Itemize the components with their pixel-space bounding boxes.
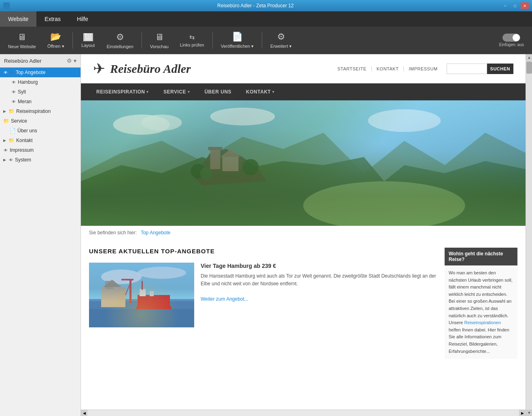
svg-rect-20 (89, 301, 194, 327)
sidebar-label-reiseinspiration: Reiseinspiration (16, 108, 51, 114)
toolbar-advanced[interactable]: ⚙ Erweitert ▾ (265, 29, 296, 52)
menu-extras[interactable]: Extras (36, 11, 69, 27)
toolbar-settings[interactable]: ⚙ Einstellungen (102, 29, 138, 52)
svg-rect-31 (89, 309, 194, 327)
site-logo: ✈ Reisebüro Adler (93, 60, 191, 77)
sidebar-item-meran[interactable]: 👁 Meran (0, 97, 81, 106)
toolbar-new-website[interactable]: 🖥 Neue Website (3, 29, 41, 52)
menu-hilfe[interactable]: Hilfe (69, 11, 96, 27)
article-description: Die Hansestadt Hamburg wird auch als Tor… (201, 272, 437, 288)
main-nav-ueber-uns[interactable]: ÜBER UNS (197, 83, 239, 100)
close-button[interactable]: ✕ (521, 2, 529, 9)
sidebar-header: Reisebüro Adler ⚙ ▾ (0, 54, 81, 68)
main-nav-kontakt[interactable]: KONTAKT ▾ (239, 83, 282, 100)
breadcrumb: Sie befinden sich hier: Top Angebote (81, 226, 526, 240)
titlebar-title: Reisebüro Adler - Zeta Producer 12 (10, 3, 501, 8)
article-text: Vier Tage Hamburg ab 239 € Die Hansestad… (201, 263, 437, 327)
toolbar-preview[interactable]: 🖥 Vorschau (145, 29, 174, 52)
toolbar-open[interactable]: 📂 Öffnen ▾ (42, 29, 69, 52)
top-nav: STARTSEITE KONTAKT IMPRESSUM (333, 66, 443, 71)
scroll-thumb[interactable] (526, 62, 532, 74)
top-nav-kontakt[interactable]: KONTAKT (372, 66, 404, 71)
links-icon: ⇆ (189, 33, 195, 41)
search-button[interactable]: SUCHEN (487, 64, 513, 74)
breadcrumb-current[interactable]: Top Angebote (141, 230, 170, 236)
top-nav-impressum[interactable]: IMPRESSUM (404, 66, 442, 71)
svg-marker-30 (136, 305, 172, 309)
folder-icon-service: 📁 (3, 118, 9, 124)
page-icon-ueber-uns: 📄 (10, 128, 16, 134)
main-nav-service[interactable]: SERVICE ▾ (156, 83, 197, 100)
article-link[interactable]: Weiter zum Angebot... (201, 296, 248, 302)
content-main: UNSERE AKTUELLEN TOP-ANGEBOTE (89, 248, 437, 359)
menu-website[interactable]: Website (0, 11, 36, 27)
scroll-down-arrow[interactable]: ▼ (526, 410, 532, 416)
folder-icon-kontakt: 📁 (8, 138, 15, 143)
content-area: ▲ ▼ ✈ Reisebüro Adler STARTSEITE KONTAKT (81, 54, 532, 416)
website-content: ✈ Reisebüro Adler STARTSEITE KONTAKT IMP… (81, 54, 526, 416)
widget-title: Wohin geht die nächste Reise? (445, 248, 517, 265)
main-nav: REISEINSPIRATION ▾ SERVICE ▾ ÜBER UNS KO… (81, 83, 526, 100)
sidebar-item-kontakt[interactable]: ▶ 📁 Kontakt (0, 136, 81, 145)
scrollbar-right[interactable]: ▲ ▼ (526, 54, 532, 416)
toggle-track[interactable] (502, 34, 520, 42)
sidebar-label-kontakt: Kontakt (16, 138, 33, 143)
folder-icon-reiseinspiration: 📁 (8, 108, 15, 114)
site-header-right: STARTSEITE KONTAKT IMPRESSUM SUCHEN (333, 64, 513, 74)
plane-icon: ✈ (93, 60, 105, 77)
sidebar-item-reiseinspiration[interactable]: ▶ 📁 Reiseinspiration (0, 106, 81, 116)
scroll-left-arrow[interactable]: ◀ (81, 410, 87, 416)
widget-link[interactable]: Reiseinspirationen (464, 320, 501, 325)
svg-rect-28 (140, 289, 146, 296)
minimize-button[interactable]: − (501, 2, 509, 9)
main-nav-reiseinspiration[interactable]: REISEINSPIRATION ▾ (89, 83, 156, 100)
toolbar-check-links[interactable]: ⇆ Links prüfen (175, 29, 209, 52)
sidebar-item-ueber-uns[interactable]: 📄 Über uns (0, 126, 81, 136)
toggle-thumb (513, 34, 520, 41)
layout-icon: ⬜ (83, 33, 93, 41)
scroll-track-h (87, 410, 519, 416)
insert-toggle[interactable]: Einfügen: aus (494, 31, 529, 49)
toolbar: 🖥 Neue Website 📂 Öffnen ▾ ⬜ Layout ⚙ Ein… (0, 27, 532, 54)
svg-rect-25 (121, 279, 134, 280)
svg-rect-27 (138, 295, 170, 305)
svg-point-11 (243, 159, 259, 175)
project-name: Reisebüro Adler (4, 58, 42, 64)
sidebar-label-hamburg: Hamburg (18, 79, 38, 85)
hero-image (81, 100, 526, 226)
svg-rect-29 (150, 291, 154, 296)
maximize-button[interactable]: □ (511, 2, 519, 9)
search-form: SUCHEN (447, 64, 513, 74)
insert-label: Einfügen: aus (499, 42, 524, 47)
toolbar-layout[interactable]: ⬜ Layout (76, 29, 100, 52)
sidebar-item-system[interactable]: ▶ 👁 System (0, 155, 81, 165)
sidebar-item-service[interactable]: 📁 Service (0, 116, 81, 126)
site-header: ✈ Reisebüro Adler STARTSEITE KONTAKT IMP… (81, 54, 526, 83)
sidebar-item-hamburg[interactable]: 👁 Hamburg (0, 77, 81, 87)
article-image (89, 263, 194, 327)
scrollbar-bottom[interactable]: ◀ ▶ (81, 410, 526, 416)
sidebar-label-sylt: Sylt (18, 89, 26, 95)
toolbar-separator-1 (72, 32, 73, 49)
sidebar-label-meran: Meran (18, 99, 32, 104)
sidebar-gear-icon[interactable]: ⚙ ▾ (67, 57, 76, 64)
svg-marker-23 (103, 280, 121, 287)
top-nav-startseite[interactable]: STARTSEITE (333, 66, 372, 71)
toolbar-publish[interactable]: 📄 Veröffentlichen ▾ (216, 29, 259, 52)
sidebar-item-top-angebote[interactable]: 👁 ▼ Top Angebote (0, 68, 81, 77)
toolbar-separator-4 (262, 32, 262, 49)
dropdown-arrow-3: ▾ (272, 90, 275, 94)
content-section: UNSERE AKTUELLEN TOP-ANGEBOTE (81, 240, 526, 367)
svg-point-13 (142, 115, 182, 131)
svg-point-15 (368, 109, 441, 132)
scroll-right-arrow[interactable]: ▶ (519, 410, 526, 416)
scroll-up-arrow[interactable]: ▲ (526, 54, 532, 61)
svg-rect-21 (101, 287, 125, 307)
sidebar-label-service: Service (11, 118, 27, 124)
search-input[interactable] (447, 64, 487, 74)
sidebar-label-ueber-uns: Über uns (17, 128, 37, 134)
sidebar-item-sylt[interactable]: 👁 Sylt (0, 87, 81, 97)
sidebar-item-impressum[interactable]: 👁 Impressum (0, 145, 81, 155)
sidebar-widget-area: Wohin geht die nächste Reise? Wo man am … (445, 248, 517, 359)
app-icon (3, 2, 10, 9)
